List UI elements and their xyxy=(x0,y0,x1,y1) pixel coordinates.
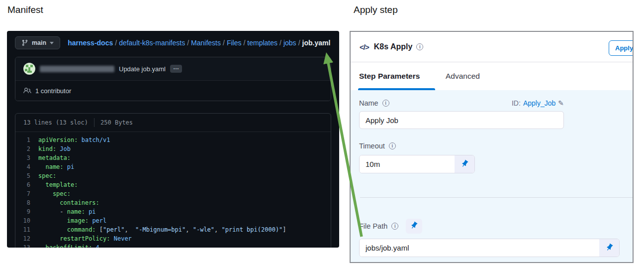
code-line: 4 name: pi xyxy=(15,162,331,171)
filepath-input[interactable] xyxy=(360,239,599,257)
github-topbar: main harness-docs/default-k8s-manifests/… xyxy=(7,31,339,55)
filepath-input-group xyxy=(359,239,620,257)
filepath-label-pin-button[interactable] xyxy=(406,219,422,234)
filepath-info-icon[interactable] xyxy=(391,223,398,230)
step-title: K8s Apply xyxy=(374,42,413,51)
filepath-pin-button[interactable] xyxy=(599,239,619,257)
id-prefix-label: ID: xyxy=(512,99,521,107)
git-branch-icon xyxy=(21,39,28,46)
line-number[interactable]: 3 xyxy=(15,153,38,162)
timeout-pin-button[interactable] xyxy=(455,155,474,173)
file-meta-header: 13 lines (13 sloc) 250 Bytes xyxy=(15,114,331,132)
github-file-panel: main harness-docs/default-k8s-manifests/… xyxy=(7,31,339,248)
code-lines: 1apiVersion: batch/v12kind: Job3metadata… xyxy=(15,132,331,248)
breadcrumb-separator: / xyxy=(113,39,119,47)
name-input[interactable] xyxy=(359,111,564,129)
code-text: backoffLimit: 4 xyxy=(38,243,99,248)
code-text: apiVersion: batch/v1 xyxy=(38,136,110,144)
line-number[interactable]: 2 xyxy=(15,144,38,153)
filepath-field-label: File Path xyxy=(359,222,398,230)
breadcrumb-link-5[interactable]: jobs xyxy=(283,39,296,47)
commit-message-link[interactable]: Update job.yaml xyxy=(119,65,166,73)
code-line: 2kind: Job xyxy=(15,144,331,153)
code-line: 10 image: perl xyxy=(15,216,331,225)
line-number[interactable]: 6 xyxy=(15,180,38,189)
step-tabs: Step Parameters Advanced xyxy=(351,62,633,90)
code-line: 8 containers: xyxy=(15,198,331,207)
breadcrumb-link-1[interactable]: default-k8s-manifests xyxy=(119,39,185,47)
line-number[interactable]: 5 xyxy=(15,171,38,180)
timeout-info-icon[interactable] xyxy=(389,142,396,149)
filepath-label-row: File Path xyxy=(359,219,624,234)
line-number[interactable]: 12 xyxy=(15,234,38,243)
name-label-text: Name xyxy=(359,99,378,107)
code-line: 13 backoffLimit: 4 xyxy=(15,243,331,248)
breadcrumb-separator: / xyxy=(185,39,191,47)
code-line: 9 - name: pi xyxy=(15,207,331,216)
code-line: 11 command: ["perl", "-Mbignum=bpi", "-w… xyxy=(15,225,331,234)
line-number[interactable]: 9 xyxy=(15,207,38,216)
name-info-icon[interactable] xyxy=(382,100,389,107)
breadcrumb-separator: / xyxy=(221,39,227,47)
commit-row: Update job.yaml … xyxy=(15,57,331,80)
breadcrumb-link-4[interactable]: templates xyxy=(247,39,277,47)
code-text: spec: xyxy=(38,189,71,198)
line-number[interactable]: 8 xyxy=(15,198,38,207)
tab-advanced[interactable]: Advanced xyxy=(446,72,480,81)
code-text: restartPolicy: Never xyxy=(38,234,132,243)
breadcrumb: harness-docs/default-k8s-manifests/Manif… xyxy=(68,39,330,47)
line-number[interactable]: 7 xyxy=(15,189,38,198)
file-content-box: 13 lines (13 sloc) 250 Bytes 1apiVersion… xyxy=(15,113,331,248)
code-text: metadata: xyxy=(38,153,71,162)
breadcrumb-link-3[interactable]: Files xyxy=(227,39,242,47)
code-text: name: pi xyxy=(38,162,74,171)
pin-icon xyxy=(410,221,418,231)
code-text: containers: xyxy=(38,198,99,207)
line-number[interactable]: 1 xyxy=(15,136,38,144)
step-id-group: ID: Apply_Job xyxy=(512,99,564,107)
name-id-row: Name ID: Apply_Job xyxy=(359,99,564,107)
section-divider xyxy=(360,197,633,198)
k8s-apply-step-panel: K8s Apply Apply Step Parameters Advanced… xyxy=(350,31,634,263)
name-field-label: Name xyxy=(359,99,389,107)
edit-id-pencil-icon[interactable] xyxy=(558,99,564,107)
code-text: - name: pi xyxy=(38,207,96,216)
line-number[interactable]: 13 xyxy=(15,243,38,248)
info-icon[interactable] xyxy=(416,43,423,50)
code-text: command: ["perl", "-Mbignum=bpi", "-wle"… xyxy=(38,225,286,234)
tab-step-parameters[interactable]: Step Parameters xyxy=(359,72,435,81)
apply-step-section-title: Apply step xyxy=(354,4,398,15)
contributors-link[interactable]: 1 contributor xyxy=(15,80,331,101)
code-text: image: perl xyxy=(38,216,106,225)
code-line: 1apiVersion: batch/v1 xyxy=(15,136,331,144)
commit-author-avatar[interactable] xyxy=(23,63,35,75)
people-icon xyxy=(23,87,31,95)
commit-author-name-redacted[interactable] xyxy=(40,66,114,72)
breadcrumb-separator: / xyxy=(241,39,247,47)
breadcrumb-current-file: job.yaml xyxy=(302,39,331,47)
breadcrumb-link-2[interactable]: Manifests xyxy=(191,39,221,47)
filepath-label-text: File Path xyxy=(359,222,387,230)
latest-commit-box: Update job.yaml … 1 contributor xyxy=(15,57,331,101)
line-number[interactable]: 4 xyxy=(15,162,38,171)
commit-more-button[interactable]: … xyxy=(170,65,182,73)
breadcrumb-repo-link[interactable]: harness-docs xyxy=(68,39,113,47)
timeout-input-group xyxy=(359,155,475,173)
file-size: 250 Bytes xyxy=(100,119,133,126)
breadcrumb-separator: / xyxy=(277,39,283,47)
apply-changes-button[interactable]: Apply xyxy=(609,40,634,56)
code-text: kind: Job xyxy=(38,144,71,153)
breadcrumb-separator: / xyxy=(296,39,302,47)
manifest-section-title: Manifest xyxy=(7,4,43,15)
contributors-label: 1 contributor xyxy=(35,87,71,95)
line-number[interactable]: 10 xyxy=(15,216,38,225)
active-tab-underline xyxy=(358,88,435,90)
code-text: spec: xyxy=(38,171,56,180)
branch-selector-button[interactable]: main xyxy=(15,36,60,49)
divider xyxy=(94,118,94,127)
timeout-input[interactable] xyxy=(360,155,455,173)
file-lines-count: 13 lines (13 sloc) xyxy=(23,119,88,126)
step-id-link[interactable]: Apply_Job xyxy=(523,99,555,107)
line-number[interactable]: 11 xyxy=(15,225,38,234)
pin-icon xyxy=(460,159,469,169)
